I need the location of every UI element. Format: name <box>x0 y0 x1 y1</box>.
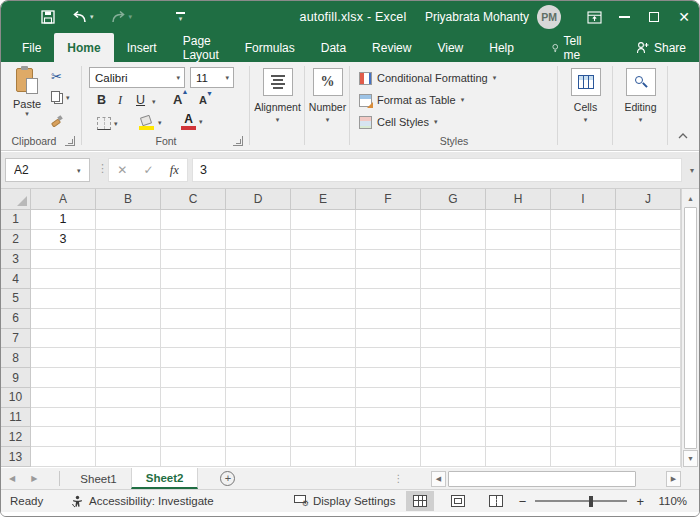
number-group-button[interactable]: % Number ▾ <box>306 62 349 151</box>
borders-button[interactable]: ▾ <box>97 117 118 130</box>
cell-B1[interactable] <box>96 210 161 230</box>
cell-H11[interactable] <box>486 408 551 428</box>
customize-qat-button[interactable]: ▾ <box>176 12 185 23</box>
cell-E7[interactable] <box>291 329 356 349</box>
cell-A5[interactable] <box>31 289 96 309</box>
chevron-down-icon[interactable]: ▾ <box>77 167 81 175</box>
cell-H3[interactable] <box>486 250 551 270</box>
tab-file[interactable]: File <box>9 33 54 62</box>
formula-bar-splitter[interactable]: ⋮ <box>97 162 108 175</box>
cell-C6[interactable] <box>161 309 226 329</box>
zoom-in-button[interactable]: + <box>636 494 644 509</box>
cell-J4[interactable] <box>616 269 681 289</box>
cells-group-button[interactable]: Cells ▾ <box>559 62 612 151</box>
cell-E13[interactable] <box>291 447 356 467</box>
minimize-button[interactable] <box>609 1 639 33</box>
copy-button[interactable]: ▾ <box>51 91 70 104</box>
cell-D7[interactable] <box>226 329 291 349</box>
row-header-12[interactable]: 12 <box>1 427 31 447</box>
cell-H10[interactable] <box>486 388 551 408</box>
cell-I5[interactable] <box>551 289 616 309</box>
redo-button[interactable]: ▾ <box>110 10 133 24</box>
cell-F13[interactable] <box>356 447 421 467</box>
cell-B11[interactable] <box>96 408 161 428</box>
cell-E6[interactable] <box>291 309 356 329</box>
save-button[interactable] <box>41 10 55 24</box>
horizontal-scrollbar-thumb[interactable] <box>448 471 636 487</box>
tab-insert[interactable]: Insert <box>114 33 170 62</box>
cell-J10[interactable] <box>616 388 681 408</box>
column-header-J[interactable]: J <box>616 189 681 210</box>
cell-F10[interactable] <box>356 388 421 408</box>
cell-A13[interactable] <box>31 447 96 467</box>
cell-I3[interactable] <box>551 250 616 270</box>
cell-C13[interactable] <box>161 447 226 467</box>
font-dialog-launcher[interactable] <box>233 136 243 146</box>
cell-J2[interactable] <box>616 230 681 250</box>
cell-A1[interactable]: 1 <box>31 210 96 230</box>
cell-H2[interactable] <box>486 230 551 250</box>
cell-E9[interactable] <box>291 368 356 388</box>
cell-D10[interactable] <box>226 388 291 408</box>
maximize-button[interactable] <box>639 1 669 33</box>
cell-D5[interactable] <box>226 289 291 309</box>
cell-E11[interactable] <box>291 408 356 428</box>
cell-J11[interactable] <box>616 408 681 428</box>
cell-A3[interactable] <box>31 250 96 270</box>
vertical-scrollbar-thumb[interactable] <box>684 207 697 449</box>
cell-A7[interactable] <box>31 329 96 349</box>
row-header-7[interactable]: 7 <box>1 329 31 349</box>
cell-C2[interactable] <box>161 230 226 250</box>
undo-button[interactable]: ▾ <box>71 10 94 24</box>
increase-font-size-button[interactable]: A ▲ <box>173 92 182 107</box>
cell-E10[interactable] <box>291 388 356 408</box>
sheet-tab-sheet1[interactable]: Sheet1 <box>66 468 130 489</box>
cell-J7[interactable] <box>616 329 681 349</box>
cell-G8[interactable] <box>421 348 486 368</box>
cell-B7[interactable] <box>96 329 161 349</box>
cell-G10[interactable] <box>421 388 486 408</box>
cell-A2[interactable]: 3 <box>31 230 96 250</box>
share-button[interactable]: Share <box>625 33 697 62</box>
display-settings-button[interactable]: ⚙ Display Settings <box>294 495 395 507</box>
cell-F11[interactable] <box>356 408 421 428</box>
row-header-4[interactable]: 4 <box>1 269 31 289</box>
cell-B4[interactable] <box>96 269 161 289</box>
cell-A9[interactable] <box>31 368 96 388</box>
column-header-I[interactable]: I <box>551 189 616 210</box>
cell-J12[interactable] <box>616 427 681 447</box>
next-sheet-button[interactable]: ▶ <box>23 468 45 489</box>
cell-G4[interactable] <box>421 269 486 289</box>
alignment-group-button[interactable]: Alignment ▾ <box>251 62 304 151</box>
cell-G1[interactable] <box>421 210 486 230</box>
cell-D9[interactable] <box>226 368 291 388</box>
sheet-tab-sheet2[interactable]: Sheet2 <box>131 468 199 489</box>
cell-J9[interactable] <box>616 368 681 388</box>
cell-F4[interactable] <box>356 269 421 289</box>
cell-C7[interactable] <box>161 329 226 349</box>
cell-C12[interactable] <box>161 427 226 447</box>
tab-formulas[interactable]: Formulas <box>232 33 308 62</box>
column-header-C[interactable]: C <box>161 189 226 210</box>
zoom-slider[interactable] <box>535 500 627 502</box>
cell-J13[interactable] <box>616 447 681 467</box>
cell-C1[interactable] <box>161 210 226 230</box>
vertical-scrollbar[interactable]: ▲ ▼ <box>681 189 699 468</box>
cell-F6[interactable] <box>356 309 421 329</box>
column-header-E[interactable]: E <box>291 189 356 210</box>
paste-button[interactable]: Paste ▾ <box>9 66 45 136</box>
column-header-A[interactable]: A <box>31 189 96 210</box>
cell-G7[interactable] <box>421 329 486 349</box>
cell-A10[interactable] <box>31 388 96 408</box>
cell-I2[interactable] <box>551 230 616 250</box>
cell-A8[interactable] <box>31 348 96 368</box>
tab-help[interactable]: Help <box>476 33 527 62</box>
cell-E12[interactable] <box>291 427 356 447</box>
tab-page-layout[interactable]: Page Layout <box>170 33 232 62</box>
row-header-6[interactable]: 6 <box>1 309 31 329</box>
formula-bar-input[interactable] <box>192 158 682 182</box>
tab-home[interactable]: Home <box>54 33 113 62</box>
cell-G9[interactable] <box>421 368 486 388</box>
cell-G13[interactable] <box>421 447 486 467</box>
font-family-combobox[interactable]: Calibri ▾ <box>89 67 185 88</box>
